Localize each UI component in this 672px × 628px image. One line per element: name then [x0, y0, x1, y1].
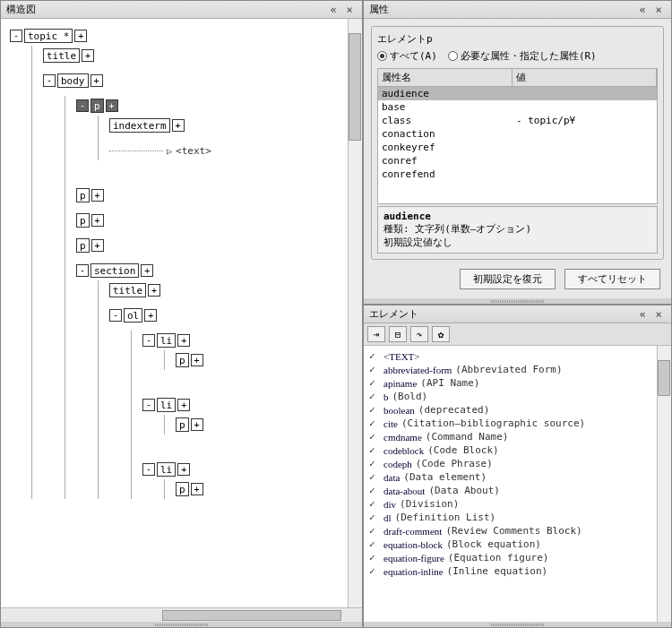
attr-value-cell[interactable] [513, 127, 657, 141]
list-item[interactable]: ✓dl (Definition List) [369, 511, 666, 524]
radio-unchecked-icon [448, 51, 458, 61]
vertical-scrollbar[interactable] [657, 346, 671, 622]
list-item[interactable]: ✓equation-inline (Inline equation) [369, 564, 666, 578]
list-item[interactable]: ✓div (Division) [369, 497, 666, 511]
close-icon[interactable]: × [651, 4, 666, 16]
close-icon[interactable]: × [651, 308, 666, 321]
list-item[interactable]: ✓codeblock (Code Block) [369, 443, 666, 457]
tree-node-body[interactable]: - body + [43, 71, 358, 90]
minimize-icon[interactable]: « [635, 308, 650, 321]
list-item[interactable]: ✓<TEXT> [369, 349, 666, 363]
elements-list[interactable]: ✓<TEXT>✓abbreviated-form (Abbreviated Fo… [364, 346, 671, 622]
list-item[interactable]: ✓equation-figure (Equation figure) [369, 551, 666, 564]
add-child-button[interactable]: + [106, 99, 118, 112]
tree-node-li[interactable]: - li + [142, 460, 358, 479]
attr-value-cell[interactable] [513, 168, 657, 181]
list-item[interactable]: ✓draft-comment (Review Comments Block) [369, 524, 666, 538]
tree-node-p[interactable]: p+ [176, 350, 358, 370]
list-item[interactable]: ✓boolean (deprecated) [369, 403, 666, 417]
tree-node-title[interactable]: title+ [109, 280, 358, 300]
insert-child-button[interactable]: ⇥ [367, 326, 385, 342]
list-item[interactable]: ✓cite (Citation—bibliographic source) [369, 417, 666, 430]
tree-node-indexterm[interactable]: indexterm + [109, 116, 358, 135]
radio-required-attributes[interactable]: 必要な属性・指定した属性(R) [448, 49, 597, 63]
add-child-button[interactable]: + [191, 354, 203, 366]
table-row[interactable]: base [378, 100, 657, 114]
toggle-minus-icon[interactable]: - [109, 309, 122, 322]
tree-node-p-selected[interactable]: - p + [76, 96, 358, 116]
add-child-button[interactable]: + [82, 49, 94, 62]
list-item[interactable]: ✓equation-block (Block equation) [369, 538, 666, 551]
horizontal-scrollbar[interactable] [1, 607, 362, 622]
resize-grip[interactable] [1, 622, 362, 627]
tree-node-p[interactable]: p+ [176, 479, 358, 499]
table-row[interactable]: conref [378, 154, 657, 168]
tree-node-p[interactable]: p+ [76, 236, 358, 255]
scrollbar-thumb[interactable] [658, 360, 670, 396]
add-child-button[interactable]: + [177, 334, 190, 347]
toggle-minus-icon[interactable]: - [76, 264, 89, 277]
add-child-button[interactable]: + [172, 119, 185, 132]
add-child-button[interactable]: + [90, 74, 103, 87]
insert-sibling-button[interactable]: ⊟ [389, 326, 407, 342]
add-child-button[interactable]: + [91, 239, 104, 252]
wrap-button[interactable]: ↷ [410, 326, 428, 342]
tree-node-section[interactable]: - section + [76, 261, 358, 280]
tree-node-topic[interactable]: - topic * + [10, 26, 358, 46]
list-item[interactable]: ✓cmdname (Command Name) [369, 430, 666, 443]
attr-value-cell[interactable] [513, 100, 657, 114]
list-item[interactable]: ✓apiname (API Name) [369, 376, 666, 390]
table-row[interactable]: conrefend [378, 168, 657, 181]
toggle-minus-icon[interactable]: - [142, 399, 155, 411]
minimize-icon[interactable]: « [635, 4, 650, 16]
settings-button[interactable]: ✿ [432, 326, 450, 342]
minimize-icon[interactable]: « [326, 4, 340, 16]
tree-node-p[interactable]: p+ [76, 185, 358, 205]
tree-node-title[interactable]: title + [43, 46, 358, 65]
radio-all-attributes[interactable]: すべて(A) [377, 49, 437, 63]
reset-all-button[interactable]: すべてリセット [564, 269, 660, 289]
tree-node-p[interactable]: p+ [76, 211, 358, 230]
tree-node-text-placeholder[interactable]: ▷ <text> [109, 141, 358, 160]
table-row[interactable]: class- topic/p¥ [378, 114, 657, 127]
add-child-button[interactable]: + [74, 30, 87, 42]
add-child-button[interactable]: + [191, 483, 203, 495]
scrollbar-thumb[interactable] [162, 610, 341, 621]
toggle-minus-icon[interactable]: - [76, 99, 89, 112]
resize-grip[interactable] [364, 622, 671, 627]
toggle-minus-icon[interactable]: - [142, 463, 155, 476]
table-row[interactable]: conaction [378, 127, 657, 141]
add-child-button[interactable]: + [91, 214, 104, 227]
elements-toolbar: ⇥ ⊟ ↷ ✿ [364, 323, 671, 346]
tree-node-li[interactable]: - li + [142, 331, 358, 350]
restore-defaults-button[interactable]: 初期設定を復元 [460, 269, 556, 289]
add-child-button[interactable]: + [148, 284, 160, 297]
attributes-table[interactable]: 属性名 値 audiencebaseclass- topic/p¥conacti… [377, 68, 658, 204]
attr-value-cell[interactable] [513, 141, 657, 154]
list-item[interactable]: ✓b (Bold) [369, 390, 666, 403]
add-child-button[interactable]: + [141, 264, 153, 277]
add-child-button[interactable]: + [177, 463, 190, 476]
toggle-minus-icon[interactable]: - [43, 74, 56, 87]
close-icon[interactable]: × [342, 4, 357, 16]
list-item[interactable]: ✓abbreviated-form (Abbreviated Form) [369, 363, 666, 376]
add-child-button[interactable]: + [191, 418, 203, 431]
attr-value-cell[interactable] [513, 87, 657, 100]
list-item[interactable]: ✓data-about (Data About) [369, 484, 666, 497]
list-item[interactable]: ✓data (Data element) [369, 470, 666, 484]
attr-value-cell[interactable] [513, 154, 657, 168]
table-row[interactable]: audience [378, 87, 657, 100]
add-child-button[interactable]: + [177, 399, 190, 411]
tree-node-li[interactable]: - li + [142, 395, 358, 415]
add-child-button[interactable]: + [91, 189, 104, 202]
toggle-minus-icon[interactable]: - [10, 30, 22, 42]
tree-node-p[interactable]: p+ [176, 415, 358, 434]
resize-grip[interactable] [364, 298, 671, 304]
element-desc: (Inline equation) [447, 565, 548, 577]
list-item[interactable]: ✓codeph (Code Phrase) [369, 457, 666, 470]
table-row[interactable]: conkeyref [378, 141, 657, 154]
add-child-button[interactable]: + [144, 309, 157, 322]
toggle-minus-icon[interactable]: - [142, 334, 155, 347]
attr-value-cell[interactable]: - topic/p¥ [513, 114, 657, 127]
tree-node-ol[interactable]: - ol + [109, 305, 358, 325]
